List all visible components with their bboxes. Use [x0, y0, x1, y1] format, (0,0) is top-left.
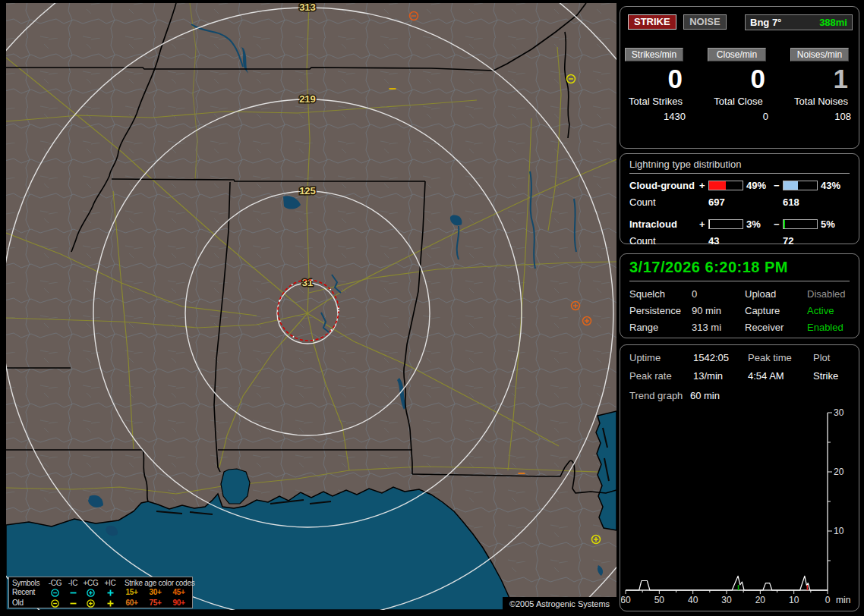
counter-panel: STRIKE NOISE Bng 7° 388mi Strikes/min 0 …	[620, 6, 859, 149]
pos-ic-count: 43	[708, 235, 746, 247]
strike-mode-button[interactable]: STRIKE	[628, 14, 676, 30]
age-badge: 90+	[167, 599, 191, 609]
total-noises-value: 108	[790, 111, 852, 122]
negative-sign: −	[774, 218, 783, 230]
cloud-ground-counts: Count 697 618	[629, 196, 850, 208]
legend-neg-cg-header: -CG	[46, 579, 65, 588]
intracloud-row: Intracloud + 3% − 5%	[629, 218, 850, 230]
svg-text:min: min	[836, 595, 850, 605]
pos-cg-old-icon	[81, 599, 100, 609]
upload-label: Upload	[745, 288, 807, 300]
age-badge: 75+	[143, 599, 167, 609]
svg-text:30: 30	[721, 595, 732, 605]
svg-text:10: 10	[789, 595, 799, 605]
positive-sign: +	[699, 218, 708, 230]
neg-cg-old-icon	[46, 599, 65, 609]
neg-cg-recent-icon	[46, 588, 65, 599]
intracloud-label: Intracloud	[629, 218, 699, 230]
symbol-legend: Symbols -CG -IC +CG +IC Strike age color…	[8, 577, 193, 608]
neg-ic-bar	[783, 219, 818, 229]
legend-old-label: Old	[12, 599, 46, 609]
cloud-ground-label: Cloud-ground	[629, 180, 699, 191]
total-strikes-value: 1430	[625, 111, 686, 122]
close-per-min-value: 0	[708, 61, 769, 95]
nexstorm-app: { "header": { "strike_button": "STRIKE",…	[0, 0, 864, 616]
age-badge: 45+	[167, 588, 191, 599]
receiver-status: Enabled	[807, 322, 850, 333]
distribution-panel: Lightning type distribution Cloud-ground…	[620, 153, 859, 244]
range-label: Range	[629, 322, 692, 333]
neg-cg-count: 618	[783, 196, 821, 208]
age-badge: 30+	[143, 588, 167, 599]
neg-ic-old-icon	[65, 599, 81, 609]
total-noises-label: Total Noises	[790, 96, 852, 107]
age-badge: 60+	[120, 599, 143, 609]
age-codes-title: Strike age color codes	[120, 579, 191, 588]
squelch-value: 0	[692, 288, 745, 300]
close-column: Close/min 0 Total Close 0	[708, 48, 769, 122]
neg-cg-percent: 43%	[821, 180, 850, 191]
neg-ic-recent-icon	[65, 588, 81, 599]
svg-text:20: 20	[755, 595, 766, 605]
squelch-label: Squelch	[629, 288, 692, 300]
bearing-value: Bng 7°	[750, 17, 781, 28]
pos-ic-percent: 3%	[746, 218, 774, 230]
capture-status: Active	[807, 305, 850, 316]
cloud-ground-row: Cloud-ground + 49% − 43%	[629, 180, 850, 191]
svg-text:30: 30	[834, 407, 844, 418]
negative-sign: −	[774, 180, 783, 191]
strikes-per-min-chip[interactable]: Strikes/min	[625, 48, 683, 61]
pos-cg-percent: 49%	[746, 180, 774, 191]
persistence-value: 90 min	[692, 305, 745, 316]
strikes-per-min-value: 0	[625, 61, 686, 95]
plot-mode-value: Strike	[813, 370, 850, 382]
uptime-label: Uptime	[629, 352, 693, 363]
svg-text:40: 40	[688, 595, 698, 605]
noises-per-min-chip[interactable]: Noises/min	[790, 48, 849, 61]
lightning-map[interactable]: 31321912531	[6, 3, 616, 610]
capture-label: Capture	[745, 305, 807, 316]
total-strikes-label: Total Strikes	[625, 96, 686, 107]
legend-recent-label: Recent	[12, 588, 46, 599]
svg-text:60: 60	[621, 595, 631, 605]
legend-neg-ic-header: -IC	[65, 579, 81, 588]
legend-pos-cg-header: +CG	[81, 579, 100, 588]
distribution-title: Lightning type distribution	[629, 159, 850, 174]
noise-mode-button[interactable]: NOISE	[683, 14, 726, 30]
neg-ic-percent: 5%	[821, 218, 850, 230]
svg-text:125: 125	[299, 185, 316, 196]
peak-time-header: Peak time	[748, 352, 813, 363]
range-value: 313 mi	[692, 322, 745, 333]
positive-sign: +	[699, 180, 708, 191]
svg-text:31: 31	[302, 277, 313, 288]
pos-ic-recent-icon	[100, 588, 120, 599]
svg-text:219: 219	[299, 93, 316, 105]
date-time-display: 3/17/2026 6:20:18 PM	[629, 259, 850, 281]
pos-ic-bar	[708, 219, 743, 229]
count-label: Count	[629, 235, 699, 247]
neg-cg-bar	[783, 181, 818, 190]
uptime-value: 1542:05	[693, 352, 748, 363]
svg-text:10: 10	[834, 526, 844, 536]
peak-rate-label: Peak rate	[629, 370, 693, 382]
pos-ic-old-icon	[100, 599, 120, 609]
strikes-column: Strikes/min 0 Total Strikes 1430	[625, 48, 686, 122]
bearing-range-display: Bng 7° 388mi	[745, 14, 853, 30]
total-close-value: 0	[708, 111, 769, 122]
total-close-label: Total Close	[708, 96, 769, 107]
receiver-label: Receiver	[745, 322, 807, 333]
pos-cg-recent-icon	[81, 588, 100, 599]
map-viewport[interactable]: 31321912531	[6, 3, 616, 610]
pos-cg-count: 697	[708, 196, 746, 208]
count-label: Count	[629, 196, 699, 208]
intracloud-counts: Count 43 72	[629, 235, 850, 247]
peak-rate-value: 13/min	[693, 370, 748, 382]
legend-symbols-header: Symbols	[12, 579, 46, 588]
upload-status: Disabled	[807, 288, 850, 300]
svg-text:0: 0	[825, 595, 831, 605]
svg-text:50: 50	[654, 595, 665, 605]
legend-pos-ic-header: +IC	[100, 579, 120, 588]
copyright-notice: ©2005 Astrogenic Systems	[503, 597, 616, 611]
noises-per-min-value: 1	[790, 61, 852, 95]
close-per-min-chip[interactable]: Close/min	[708, 48, 766, 61]
